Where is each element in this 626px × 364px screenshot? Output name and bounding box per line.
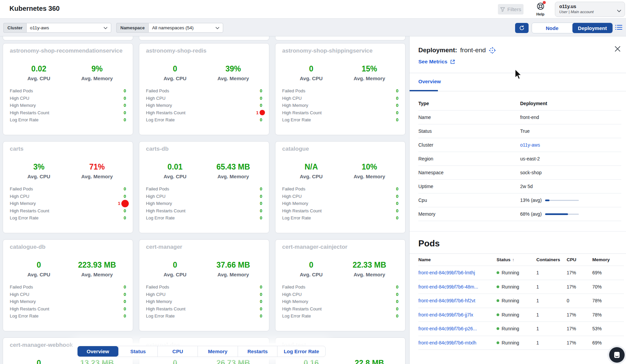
card-stats: Failed Pods0High CPU0High Memory0High Re… — [10, 87, 126, 124]
stat-label: High Memory — [10, 201, 36, 206]
chat-launcher-button[interactable] — [609, 347, 625, 363]
pods-col-header[interactable]: Name — [418, 257, 497, 262]
view-tab-log-error-rate[interactable]: Log Error Rate — [277, 346, 325, 357]
view-tab-overview[interactable]: Overview — [78, 346, 118, 357]
cpu-value: 0 — [10, 359, 68, 364]
stat-value: 0 — [396, 299, 398, 304]
node-toggle-button[interactable]: Node — [532, 23, 572, 33]
workload-card[interactable]: carts-db0.01Avg. CPU65.43 MBAvg. MemoryF… — [139, 141, 269, 233]
stat-label: Failed Pods — [10, 284, 33, 290]
list-view-button[interactable] — [615, 24, 623, 32]
workload-card[interactable]: astronomy-shop-recommendationservice0.02… — [3, 43, 133, 135]
stat-label: High CPU — [10, 194, 29, 199]
overview-row-label: Uptime — [418, 184, 520, 189]
cluster-select[interactable]: o11y-aws — [26, 23, 111, 33]
stat-row: Log Error Rate0 — [10, 312, 126, 320]
pod-status-text: Running — [502, 312, 519, 317]
tab-overview[interactable]: Overview — [418, 79, 441, 84]
overview-row: Regionus-east-2 — [418, 152, 621, 166]
stat-number: 0 — [396, 292, 398, 297]
pods-col-header-label: Status — [497, 257, 510, 262]
stat-label: High Restarts Count — [146, 110, 185, 115]
card-metrics: 0Avg. CPU37.66 MBAvg. Memory — [146, 261, 262, 277]
metric-label: Avg. CPU — [10, 272, 68, 277]
help-menu[interactable]: Help — [535, 2, 546, 16]
metric-cpu: 0Avg. CPU — [146, 359, 204, 364]
workload-card[interactable]: catalogueN/AAvg. CPU10%Avg. MemoryFailed… — [275, 141, 406, 233]
stat-label: Failed Pods — [282, 186, 305, 191]
pod-status: Running — [497, 270, 536, 275]
card-metrics: 0Avg. CPU223.93 MBAvg. Memory — [10, 261, 126, 277]
pod-memory: 53% — [592, 326, 624, 331]
overview-row: Namefront-end — [418, 111, 621, 124]
refresh-button[interactable] — [515, 23, 529, 33]
pods-col-header[interactable]: Status↑ — [497, 257, 536, 262]
pods-col-header[interactable]: CPU — [567, 257, 592, 262]
workload-card[interactable]: carts3%Avg. CPU71%Avg. MemoryFailed Pods… — [3, 141, 133, 233]
pod-name-link[interactable]: front-end-84c99bf7b6-jj7lx — [418, 312, 497, 317]
stat-label: Log Error Rate — [282, 117, 311, 122]
view-tab-memory[interactable]: Memory — [198, 346, 238, 357]
view-tab-restarts[interactable]: Restarts — [238, 346, 277, 357]
pod-name-link[interactable]: front-end-84c99bf7b6-lmthj — [418, 270, 497, 275]
cpu-value: 0 — [282, 261, 340, 270]
cluster-link[interactable]: o11y-aws — [520, 142, 540, 148]
metric-memory: 37.66 MBAvg. Memory — [204, 261, 263, 277]
account-org: o11y.us — [559, 4, 615, 9]
stat-label: Log Error Rate — [10, 313, 38, 318]
stat-row: High Memory0 — [10, 102, 126, 109]
overview-row-value-cell: 68% (avg) — [520, 211, 621, 217]
metric-label: Avg. Memory — [68, 174, 126, 179]
kubernetes-360-app: Kubernetes 360 Filters Help o11y.us User… — [0, 0, 626, 364]
stat-row: Log Error Rate0 — [282, 312, 398, 320]
overview-row-label: Namespace — [418, 170, 520, 175]
overview-row-value-cell: o11y-aws — [520, 142, 621, 148]
stat-value: 0 — [260, 208, 262, 213]
stat-value: 0 — [124, 284, 126, 290]
metric-cpu: N/AAvg. CPU — [282, 162, 340, 179]
stat-row: Failed Pods0 — [282, 283, 398, 291]
pods-col-header[interactable]: Memory — [592, 257, 624, 262]
pod-name-link[interactable]: front-end-84c99bf7b6-hf2vt — [418, 298, 497, 303]
see-metrics-link[interactable]: See Metrics — [418, 59, 455, 65]
workload-card[interactable]: astronomy-shop-redis0Avg. CPU39%Avg. Mem… — [139, 43, 269, 135]
workload-card[interactable]: cert-manager0Avg. CPU37.66 MBAvg. Memory… — [139, 239, 269, 331]
stat-label: Failed Pods — [282, 284, 305, 290]
workload-card[interactable]: catalogue-db0Avg. CPU223.93 MBAvg. Memor… — [3, 239, 133, 331]
deployment-toggle-button[interactable]: Deployment — [572, 23, 613, 33]
pod-memory: 70% — [592, 284, 624, 290]
stat-number: 0 — [260, 103, 262, 108]
card-stats: Failed Pods0High CPU0High Memory0High Re… — [282, 283, 398, 320]
pod-name-link[interactable]: front-end-84c99bf7b6-mtxlh — [418, 340, 497, 345]
crosshair-target-icon[interactable] — [489, 47, 496, 54]
metric-memory: 15%Avg. Memory — [340, 64, 399, 81]
pods-col-header[interactable]: Containers — [536, 257, 567, 262]
account-menu[interactable]: o11y.us User | Main account — [555, 2, 625, 17]
usage-bar-fill — [545, 200, 549, 201]
pod-row: front-end-84c99bf7b6-p26...Running117%53… — [418, 322, 624, 336]
cpu-value: N/A — [282, 162, 340, 172]
stat-value: 0 — [260, 117, 262, 122]
view-tab-cpu[interactable]: CPU — [157, 346, 198, 357]
stat-value: 0 — [260, 215, 262, 220]
workload-card[interactable]: cert-manager-cainjector0Avg. CPU22.33 MB… — [275, 239, 406, 331]
memory-value: 22.33 MB — [340, 261, 399, 270]
workload-card[interactable]: astronomy-shop-shippingservice0Avg. CPU1… — [275, 43, 406, 135]
metric-cpu: 0.16Avg. CPU — [282, 359, 340, 364]
filters-button[interactable]: Filters — [498, 4, 524, 14]
pod-containers: 1 — [536, 340, 567, 345]
close-panel-button[interactable] — [615, 46, 621, 53]
namespace-select[interactable]: All namespaces (54) — [148, 23, 223, 33]
view-tab-status[interactable]: Status — [118, 346, 158, 357]
pod-name-link[interactable]: front-end-84c99bf7b6-48m... — [418, 284, 497, 290]
memory-value: 26.73 MB — [204, 359, 263, 364]
cpu-value: 0.01 — [146, 162, 204, 172]
stat-row: Failed Pods0 — [10, 185, 126, 193]
pod-name-link[interactable]: front-end-84c99bf7b6-p26... — [418, 326, 497, 331]
status-dot-icon — [497, 341, 499, 344]
overview-row-label: Cpu — [418, 198, 520, 203]
pod-status-text: Running — [502, 270, 519, 275]
cluster-value: o11y-aws — [30, 25, 49, 30]
card-grid: astronomy-shop-recommendationservice0.02… — [3, 43, 409, 364]
stat-row: Log Error Rate0 — [146, 312, 262, 320]
